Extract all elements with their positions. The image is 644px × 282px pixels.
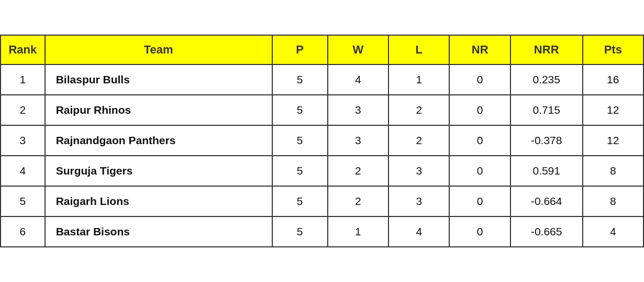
header-nrr: NRR — [510, 35, 583, 64]
cell-w: 3 — [328, 95, 388, 125]
cell-w: 3 — [328, 125, 388, 156]
cell-nr: 0 — [449, 216, 510, 247]
table-header-row: Rank Team P W L NR NRR Pts — [1, 35, 643, 64]
table-row: 5Raigarh Lions5230-0.6648 — [1, 186, 643, 216]
cell-nrr: -0.378 — [510, 125, 583, 156]
header-w: W — [328, 35, 388, 64]
cell-rank: 3 — [1, 125, 45, 156]
cell-rank: 5 — [1, 186, 45, 216]
cell-team: Surguja Tigers — [45, 156, 272, 186]
cell-p: 5 — [272, 64, 328, 95]
cell-p: 5 — [272, 125, 328, 156]
cell-team: Raigarh Lions — [45, 186, 272, 216]
table-row: 2Raipur Rhinos53200.71512 — [1, 95, 643, 125]
cell-nrr: -0.664 — [510, 186, 583, 216]
cell-rank: 2 — [1, 95, 45, 125]
cell-l: 4 — [388, 216, 449, 247]
cell-w: 1 — [328, 216, 388, 247]
cell-l: 3 — [388, 186, 449, 216]
table-row: 3Rajnandgaon Panthers5320-0.37812 — [1, 125, 643, 156]
cell-nrr: 0.235 — [510, 64, 583, 95]
header-team: Team — [45, 35, 272, 64]
cell-team: Raipur Rhinos — [45, 95, 272, 125]
header-p: P — [272, 35, 328, 64]
cell-team: Bastar Bisons — [45, 216, 272, 247]
header-nr: NR — [449, 35, 510, 64]
cell-nr: 0 — [449, 64, 510, 95]
cell-nrr: 0.715 — [510, 95, 583, 125]
cell-nr: 0 — [449, 156, 510, 186]
cell-nr: 0 — [449, 95, 510, 125]
cell-l: 1 — [388, 64, 449, 95]
cell-rank: 6 — [1, 216, 45, 247]
standings-table: Rank Team P W L NR NRR Pts 1Bilaspur Bul… — [0, 35, 644, 247]
header-pts: Pts — [583, 35, 644, 64]
cell-nr: 0 — [449, 125, 510, 156]
standings-table-container: Rank Team P W L NR NRR Pts 1Bilaspur Bul… — [0, 35, 644, 247]
cell-rank: 4 — [1, 156, 45, 186]
cell-pts: 16 — [583, 64, 644, 95]
cell-w: 2 — [328, 156, 388, 186]
header-l: L — [388, 35, 449, 64]
cell-pts: 8 — [583, 186, 644, 216]
cell-p: 5 — [272, 216, 328, 247]
cell-p: 5 — [272, 95, 328, 125]
table-row: 6Bastar Bisons5140-0.6654 — [1, 216, 643, 247]
cell-l: 2 — [388, 125, 449, 156]
table-row: 4Surguja Tigers52300.5918 — [1, 156, 643, 186]
cell-p: 5 — [272, 156, 328, 186]
cell-l: 2 — [388, 95, 449, 125]
cell-w: 4 — [328, 64, 388, 95]
table-row: 1Bilaspur Bulls54100.23516 — [1, 64, 643, 95]
header-rank: Rank — [1, 35, 45, 64]
cell-rank: 1 — [1, 64, 45, 95]
cell-nr: 0 — [449, 186, 510, 216]
cell-pts: 4 — [583, 216, 644, 247]
cell-nrr: 0.591 — [510, 156, 583, 186]
cell-w: 2 — [328, 186, 388, 216]
cell-pts: 12 — [583, 95, 644, 125]
cell-nrr: -0.665 — [510, 216, 583, 247]
cell-p: 5 — [272, 186, 328, 216]
cell-pts: 8 — [583, 156, 644, 186]
cell-pts: 12 — [583, 125, 644, 156]
cell-l: 3 — [388, 156, 449, 186]
cell-team: Rajnandgaon Panthers — [45, 125, 272, 156]
cell-team: Bilaspur Bulls — [45, 64, 272, 95]
